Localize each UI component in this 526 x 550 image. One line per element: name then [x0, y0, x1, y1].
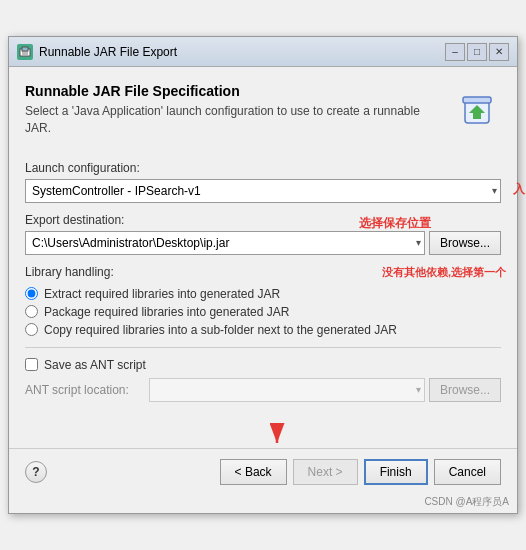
window-controls: – □ ✕: [445, 43, 509, 61]
radio-item-copy[interactable]: Copy required libraries into a sub-folde…: [25, 323, 501, 337]
window-title: Runnable JAR File Export: [39, 45, 445, 59]
finish-arrow: [217, 418, 417, 448]
radio-item-package[interactable]: Package required libraries into generate…: [25, 305, 501, 319]
ant-browse-button: Browse...: [429, 378, 501, 402]
help-button[interactable]: ?: [25, 461, 47, 483]
back-button[interactable]: < Back: [220, 459, 287, 485]
save-ant-checkbox[interactable]: [25, 358, 38, 371]
radio-package-label: Package required libraries into generate…: [44, 305, 289, 319]
arrow-area: [9, 418, 517, 448]
finish-button[interactable]: Finish: [364, 459, 428, 485]
next-button: Next >: [293, 459, 358, 485]
help-area: ?: [25, 461, 47, 483]
watermark-text: CSDN @A程序员A: [424, 495, 509, 509]
export-dest-row: C:\Users\Administrator\Desktop\ip.jar Br…: [25, 231, 501, 255]
radio-copy[interactable]: [25, 323, 38, 336]
maximize-button[interactable]: □: [467, 43, 487, 61]
save-ant-label: Save as ANT script: [44, 358, 146, 372]
launch-config-combo[interactable]: SystemController - IPSearch-v1: [25, 179, 501, 203]
header-text: Runnable JAR File Specification Select a…: [25, 83, 443, 149]
radio-extract-label: Extract required libraries into generate…: [44, 287, 280, 301]
radio-group: Extract required libraries into generate…: [25, 287, 501, 337]
close-button[interactable]: ✕: [489, 43, 509, 61]
launch-config-section: Launch configuration: SystemController -…: [25, 161, 501, 203]
title-bar: Runnable JAR File Export – □ ✕: [9, 37, 517, 67]
window-icon: [17, 44, 33, 60]
export-dest-section: Export destination: C:\Users\Administrat…: [25, 213, 501, 255]
bottom-bar: ? < Back Next > Finish Cancel: [9, 448, 517, 495]
header-area: Runnable JAR File Specification Select a…: [25, 83, 501, 149]
ant-script-label: ANT script location:: [25, 383, 145, 397]
launch-annotation: 入口程序: [513, 181, 526, 198]
svg-rect-5: [463, 97, 491, 103]
main-window: Runnable JAR File Export – □ ✕ Runnable …: [8, 36, 518, 514]
save-ant-row[interactable]: Save as ANT script: [25, 358, 501, 372]
ant-script-combo: [149, 378, 425, 402]
export-dest-combo[interactable]: C:\Users\Administrator\Desktop\ip.jar: [25, 231, 425, 255]
ant-script-row: ANT script location: Browse...: [25, 378, 501, 402]
dialog-description: Select a 'Java Application' launch confi…: [25, 103, 443, 137]
ant-combo-wrapper: [149, 378, 425, 402]
divider: [25, 347, 501, 348]
cancel-button[interactable]: Cancel: [434, 459, 501, 485]
library-annotation: 没有其他依赖,选择第一个: [382, 265, 506, 280]
radio-extract[interactable]: [25, 287, 38, 300]
library-handling-section: Library handling: Extract required libra…: [25, 265, 501, 337]
watermark-area: CSDN @A程序员A: [9, 495, 517, 513]
jar-file-icon: [453, 83, 501, 131]
export-dest-browse-button[interactable]: Browse...: [429, 231, 501, 255]
radio-copy-label: Copy required libraries into a sub-folde…: [44, 323, 397, 337]
dialog-content: Runnable JAR File Specification Select a…: [9, 67, 517, 418]
dialog-title: Runnable JAR File Specification: [25, 83, 443, 99]
radio-item-extract[interactable]: Extract required libraries into generate…: [25, 287, 501, 301]
launch-config-combo-wrapper: SystemController - IPSearch-v1: [25, 179, 501, 203]
export-dest-combo-wrapper: C:\Users\Administrator\Desktop\ip.jar: [25, 231, 425, 255]
radio-package[interactable]: [25, 305, 38, 318]
export-annotation: 选择保存位置: [359, 215, 431, 232]
svg-rect-1: [22, 47, 28, 51]
minimize-button[interactable]: –: [445, 43, 465, 61]
launch-config-label: Launch configuration:: [25, 161, 501, 175]
nav-buttons: < Back Next > Finish Cancel: [220, 459, 501, 485]
